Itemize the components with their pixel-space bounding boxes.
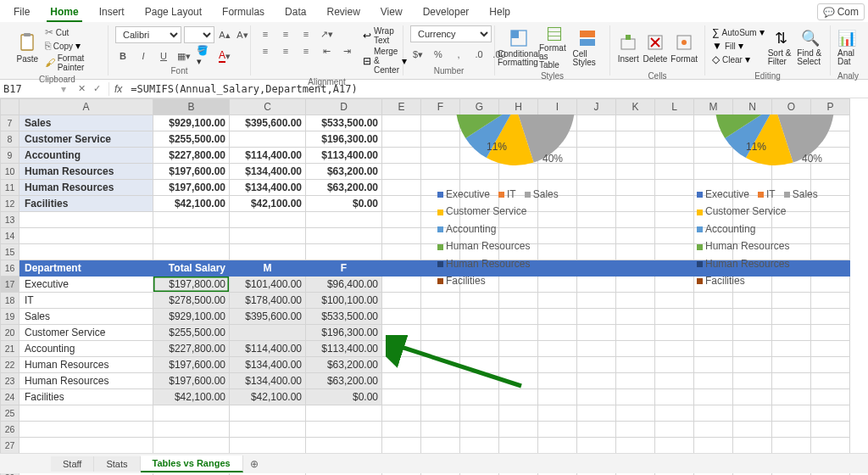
currency-icon[interactable]: $▾ <box>410 47 426 62</box>
cell[interactable] <box>772 373 811 389</box>
row-header[interactable]: 23 <box>1 373 19 389</box>
cell[interactable] <box>538 389 577 405</box>
cell[interactable] <box>382 180 421 196</box>
cell[interactable] <box>694 405 733 422</box>
cell[interactable]: $929,100.00 <box>153 115 230 131</box>
cell[interactable] <box>694 438 733 454</box>
cell[interactable] <box>538 357 577 373</box>
cell[interactable] <box>616 325 655 341</box>
number-format-select[interactable]: Currency <box>410 25 492 42</box>
menu-review[interactable]: Review <box>323 3 363 22</box>
cell[interactable] <box>421 405 460 422</box>
row-header[interactable]: 10 <box>1 164 19 180</box>
cell[interactable] <box>421 373 460 389</box>
autosum-button[interactable]: ∑ AutoSum▾ <box>712 25 765 39</box>
row-header[interactable]: 20 <box>1 325 19 341</box>
col-header[interactable]: M <box>694 99 733 115</box>
cell[interactable]: $63,200.00 <box>306 373 382 389</box>
cell[interactable]: $395,600.00 <box>230 115 306 131</box>
cell[interactable] <box>460 309 499 325</box>
cell[interactable]: $196,300.00 <box>306 325 382 341</box>
cell[interactable] <box>577 373 616 389</box>
sort-filter-button[interactable]: ⇅Sort & Filter <box>768 25 794 70</box>
fill-color-button[interactable]: 🪣▾ <box>197 48 212 64</box>
cell[interactable] <box>655 196 694 212</box>
cell[interactable] <box>382 389 421 405</box>
cell[interactable] <box>306 244 382 260</box>
cell[interactable] <box>577 405 616 422</box>
cell[interactable] <box>153 212 230 228</box>
cell[interactable] <box>655 228 694 244</box>
cell[interactable] <box>616 422 655 438</box>
cell[interactable]: $63,200.00 <box>306 164 382 180</box>
row-header[interactable]: 14 <box>1 228 19 244</box>
cell[interactable]: $114,400.00 <box>230 341 306 357</box>
cell[interactable] <box>616 260 655 277</box>
cell[interactable] <box>421 309 460 325</box>
format-button[interactable]: Format <box>670 25 698 70</box>
cell[interactable] <box>616 277 655 293</box>
row-header[interactable]: 18 <box>1 293 19 309</box>
cell[interactable] <box>655 131 694 148</box>
cell[interactable] <box>694 373 733 389</box>
cell[interactable] <box>306 212 382 228</box>
cell[interactable] <box>382 148 421 164</box>
cell[interactable] <box>538 325 577 341</box>
cell[interactable]: $42,100.00 <box>153 196 230 212</box>
cell[interactable]: $63,200.00 <box>306 357 382 373</box>
cell[interactable]: M <box>230 260 306 277</box>
enter-icon[interactable]: ✓ <box>90 82 103 96</box>
cell[interactable] <box>772 389 811 405</box>
indent-dec-icon[interactable]: ⇤ <box>319 43 334 59</box>
cell[interactable] <box>772 309 811 325</box>
cell[interactable] <box>499 373 538 389</box>
cell[interactable] <box>460 373 499 389</box>
menu-formulas[interactable]: Formulas <box>219 3 268 22</box>
cell[interactable] <box>655 277 694 293</box>
cell[interactable]: $101,400.00 <box>230 277 306 293</box>
insert-button[interactable]: Insert <box>617 25 639 70</box>
cell[interactable] <box>499 389 538 405</box>
row-header[interactable]: 11 <box>1 180 19 196</box>
cell[interactable] <box>421 341 460 357</box>
cell[interactable] <box>382 438 421 454</box>
cell[interactable]: $178,400.00 <box>230 293 306 309</box>
cell[interactable] <box>538 341 577 357</box>
cell[interactable] <box>460 341 499 357</box>
col-header[interactable] <box>1 99 19 115</box>
cell[interactable] <box>421 325 460 341</box>
cell[interactable] <box>382 164 421 180</box>
col-header[interactable]: D <box>306 99 382 115</box>
cell[interactable] <box>230 422 306 438</box>
cell[interactable] <box>538 422 577 438</box>
underline-button[interactable]: U <box>156 48 171 64</box>
cell[interactable] <box>655 373 694 389</box>
cell[interactable] <box>733 422 772 438</box>
row-header[interactable]: 16 <box>1 260 19 277</box>
cell[interactable] <box>616 212 655 228</box>
format-painter-button[interactable]: 🖌 Format Painter <box>45 53 101 73</box>
cell[interactable] <box>733 405 772 422</box>
delete-button[interactable]: Delete <box>643 25 667 70</box>
cell[interactable] <box>382 293 421 309</box>
cell[interactable] <box>499 438 538 454</box>
cell[interactable] <box>382 325 421 341</box>
cell[interactable] <box>577 357 616 373</box>
row-header[interactable]: 13 <box>1 212 19 228</box>
cell[interactable] <box>499 341 538 357</box>
conditional-formatting-button[interactable]: Conditional Formatting <box>502 25 536 70</box>
cell[interactable] <box>655 115 694 131</box>
cell[interactable] <box>616 293 655 309</box>
col-header[interactable]: E <box>382 99 421 115</box>
col-header[interactable]: P <box>811 99 850 115</box>
cell[interactable] <box>772 325 811 341</box>
cell[interactable] <box>421 422 460 438</box>
cell[interactable] <box>230 244 306 260</box>
fill-button[interactable]: ▼ Fill▾ <box>712 39 765 53</box>
cell[interactable] <box>655 309 694 325</box>
cell[interactable] <box>460 422 499 438</box>
col-header[interactable]: G <box>460 99 499 115</box>
formula-input[interactable] <box>127 83 868 95</box>
cell[interactable] <box>577 293 616 309</box>
cell[interactable] <box>306 228 382 244</box>
